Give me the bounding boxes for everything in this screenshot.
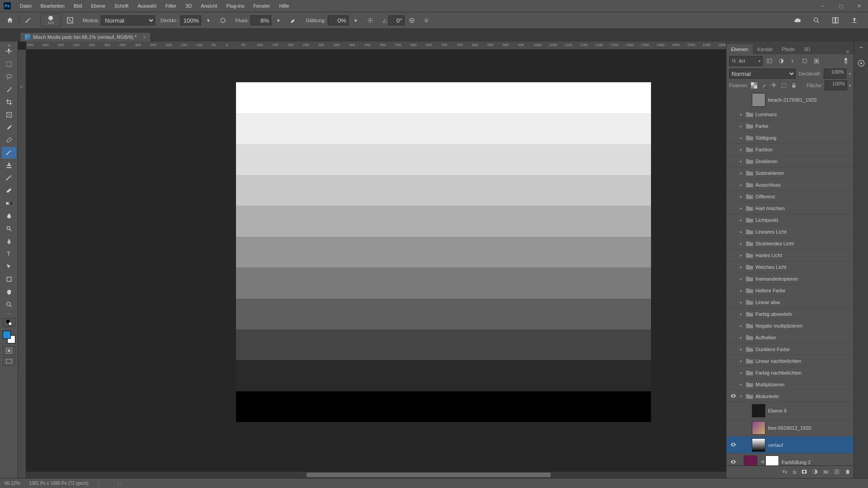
brush-panel-icon[interactable] bbox=[64, 14, 76, 27]
layer-name[interactable]: Farbig abwedeln bbox=[755, 311, 854, 317]
layer-row[interactable]: ▸Dividieren bbox=[726, 155, 854, 167]
fill-value[interactable]: 100% bbox=[825, 80, 847, 90]
layer-row[interactable]: ▸Subtrahieren bbox=[726, 167, 854, 179]
expand-arrow-icon[interactable]: ▸ bbox=[738, 183, 744, 187]
layer-thumbnail[interactable] bbox=[752, 438, 765, 452]
menu-image[interactable]: Bild bbox=[69, 0, 86, 12]
filter-toggle-icon[interactable] bbox=[841, 56, 851, 66]
layer-name[interactable]: Linear abw. bbox=[755, 300, 854, 305]
dodge-tool[interactable] bbox=[2, 223, 16, 235]
workspace-icon[interactable] bbox=[829, 14, 842, 27]
color-swatches[interactable] bbox=[2, 330, 16, 344]
layer-name[interactable]: Sättigung bbox=[755, 135, 854, 141]
layer-name[interactable]: beach-2179361_1920 bbox=[768, 97, 854, 103]
link-layers-icon[interactable] bbox=[782, 469, 788, 476]
layer-row[interactable]: ▸Linear nachbelichten bbox=[726, 355, 854, 367]
blur-tool[interactable] bbox=[2, 210, 16, 222]
menu-3d[interactable]: 3D bbox=[181, 0, 196, 12]
layer-row[interactable]: ▸Multiplizieren bbox=[726, 379, 854, 390]
history-brush-tool[interactable] bbox=[2, 172, 16, 184]
panel-menu-icon[interactable]: ≡ bbox=[842, 49, 854, 54]
scrollbar-thumb[interactable] bbox=[307, 473, 551, 477]
layer-name[interactable]: Hellere Farbe bbox=[755, 288, 854, 293]
share-icon[interactable] bbox=[848, 14, 861, 27]
layer-name[interactable]: Farbfüllung 2 bbox=[782, 460, 854, 465]
layer-name[interactable]: Subtrahieren bbox=[755, 170, 854, 176]
filter-adjust-icon[interactable] bbox=[776, 56, 786, 66]
layer-name[interactable]: Ausschluss bbox=[755, 182, 854, 188]
menu-help[interactable]: Hilfe bbox=[274, 0, 293, 12]
angle-input[interactable] bbox=[388, 15, 405, 25]
expand-arrow-icon[interactable]: ▸ bbox=[738, 324, 744, 328]
layer-row[interactable]: ▸Ausschluss bbox=[726, 179, 854, 191]
opacity-input[interactable] bbox=[180, 15, 201, 25]
layer-list[interactable]: beach-2179361_1920▸Luminanz▸Farbe▸Sättig… bbox=[726, 91, 854, 465]
expand-arrow-icon[interactable]: ▸ bbox=[738, 371, 744, 375]
mode-select[interactable]: Normal bbox=[101, 15, 155, 25]
gradient-tool[interactable] bbox=[2, 197, 16, 209]
layer-name[interactable]: Dunklere Farbe bbox=[755, 347, 854, 352]
info-arrow-icon[interactable]: 〉 bbox=[98, 480, 102, 487]
menu-layer[interactable]: Ebene bbox=[86, 0, 110, 12]
layer-name[interactable]: Luminanz bbox=[755, 112, 854, 117]
layer-name[interactable]: verlauf bbox=[768, 442, 854, 448]
layer-name[interactable]: Ebene 9 bbox=[768, 408, 854, 413]
menu-edit[interactable]: Bearbeiten bbox=[36, 0, 69, 12]
airbrush-icon[interactable] bbox=[287, 14, 299, 27]
color-panel-icon[interactable] bbox=[857, 59, 865, 68]
visibility-toggle[interactable] bbox=[728, 393, 738, 400]
stamp-tool[interactable] bbox=[2, 160, 16, 171]
layer-name[interactable]: Farbig nachbelichten bbox=[755, 370, 854, 375]
expand-arrow-icon[interactable]: ▸ bbox=[738, 218, 744, 222]
symmetry-icon[interactable] bbox=[420, 14, 433, 27]
visibility-toggle[interactable] bbox=[728, 441, 738, 449]
layer-thumbnail[interactable] bbox=[752, 93, 765, 107]
menu-window[interactable]: Fenster bbox=[249, 0, 274, 12]
layer-name[interactable]: Lichtpunkt bbox=[755, 217, 854, 223]
brush-tool[interactable] bbox=[2, 147, 16, 159]
new-group-icon[interactable] bbox=[823, 469, 829, 476]
layer-row[interactable]: ▸Sättigung bbox=[726, 132, 854, 144]
layer-row[interactable]: ▸Hellere Farbe bbox=[726, 285, 854, 296]
expand-arrow-icon[interactable]: ▸ bbox=[738, 359, 744, 363]
quickmask-icon[interactable] bbox=[3, 346, 15, 355]
scrollbar-horizontal[interactable] bbox=[26, 472, 726, 478]
new-layer-icon[interactable] bbox=[834, 469, 840, 476]
layer-name[interactable]: Multiplizieren bbox=[755, 382, 854, 387]
tab-3d[interactable]: 3D bbox=[799, 44, 815, 54]
expand-arrow-icon[interactable]: ▸ bbox=[738, 159, 744, 164]
pen-tool[interactable] bbox=[2, 235, 16, 247]
layer-name[interactable]: Negativ multiplizieren bbox=[755, 323, 854, 328]
close-tab-icon[interactable]: × bbox=[143, 34, 146, 40]
layer-row[interactable]: ▸Dunklere Farbe bbox=[726, 343, 854, 355]
layer-row[interactable]: ▸Lineares Licht bbox=[726, 226, 854, 238]
opacity-dropdown-icon[interactable]: ▾ bbox=[202, 14, 215, 27]
layer-name[interactable]: Weiches Licht bbox=[755, 264, 854, 270]
layer-name[interactable]: Farbton bbox=[755, 147, 854, 152]
foreground-color-swatch[interactable] bbox=[3, 331, 11, 339]
layer-row[interactable]: ▸Hartes Licht bbox=[726, 249, 854, 261]
path-tool[interactable] bbox=[2, 261, 16, 272]
lock-position-icon[interactable] bbox=[770, 81, 778, 89]
layer-name[interactable]: Differenz bbox=[755, 194, 854, 199]
canvas-viewport[interactable] bbox=[26, 50, 726, 478]
expand-arrow-icon[interactable]: ▸ bbox=[738, 136, 744, 140]
layer-row[interactable]: ▸Farbton bbox=[726, 144, 854, 155]
search-icon[interactable] bbox=[810, 14, 823, 27]
expand-arrow-icon[interactable]: ▸ bbox=[738, 347, 744, 352]
minimize-button[interactable]: ─ bbox=[814, 0, 832, 12]
layer-name[interactable]: Hart mischen bbox=[755, 206, 854, 211]
expand-arrow-icon[interactable]: ▸ bbox=[738, 277, 744, 281]
document-tab[interactable]: Misch Modis.psdc bei 66,1% (verlauf, RGB… bbox=[20, 32, 151, 42]
pressure-opacity-icon[interactable] bbox=[217, 14, 229, 27]
cloud-icon[interactable] bbox=[791, 14, 804, 27]
frame-tool[interactable] bbox=[2, 109, 16, 121]
layer-row[interactable]: ▸Aufhellen bbox=[726, 332, 854, 343]
filter-type-icon[interactable]: T bbox=[788, 56, 798, 66]
layer-row[interactable]: Ebene 9 bbox=[726, 402, 854, 419]
layer-name[interactable]: Aufhellen bbox=[755, 335, 854, 340]
layer-row[interactable]: verlauf bbox=[726, 436, 854, 454]
close-button[interactable]: ✕ bbox=[850, 0, 868, 12]
hand-tool[interactable] bbox=[2, 286, 16, 298]
smoothing-input[interactable] bbox=[328, 15, 349, 25]
